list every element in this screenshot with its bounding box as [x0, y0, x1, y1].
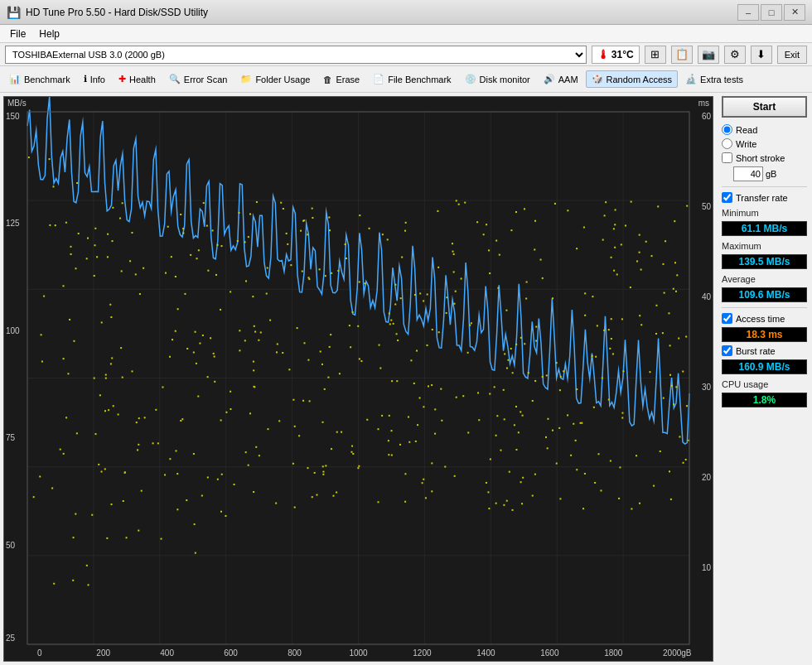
y-label-r-40: 40: [702, 292, 711, 301]
x-label-1600: 1600: [540, 648, 558, 658]
nav-info[interactable]: ℹ Info: [78, 70, 111, 88]
randomaccess-icon: 🎲: [592, 74, 603, 84]
read-label[interactable]: Read: [736, 125, 757, 135]
icon-btn-1[interactable]: ⊞: [645, 46, 666, 64]
nav-randomaccess[interactable]: 🎲 Random Access: [586, 70, 678, 88]
x-label-2000: 2000gB: [663, 648, 691, 658]
drive-bar: TOSHIBAExternal USB 3.0 (2000 gB) 🌡 31°C…: [0, 43, 812, 66]
nav-erase[interactable]: 🗑 Erase: [317, 71, 365, 88]
x-label-400: 400: [160, 648, 174, 658]
access-time-checkbox[interactable]: [722, 313, 732, 324]
transfer-rate-checkbox[interactable]: [722, 192, 732, 203]
x-label-200: 200: [96, 648, 110, 658]
x-label-600: 600: [224, 648, 238, 658]
icon-btn-4[interactable]: ⚙: [724, 46, 746, 64]
benchmark-icon: 📊: [9, 74, 21, 84]
drive-select[interactable]: TOSHIBAExternal USB 3.0 (2000 gB): [5, 46, 587, 64]
icon-btn-5[interactable]: ⬇: [751, 46, 772, 64]
y-axis-unit-right: ms: [698, 99, 709, 108]
temperature-badge: 🌡 31°C: [592, 46, 640, 64]
write-label[interactable]: Write: [736, 139, 756, 149]
nav-health[interactable]: ✚ Health: [113, 70, 162, 88]
divider-1: [722, 186, 807, 187]
nav-extratests[interactable]: 🔬 Extra tests: [679, 70, 749, 88]
exit-button[interactable]: Exit: [777, 46, 807, 64]
average-label: Average: [722, 274, 807, 284]
filebenchmark-icon: 📄: [373, 74, 384, 84]
close-button[interactable]: ✕: [784, 4, 805, 21]
menu-help[interactable]: Help: [32, 27, 66, 41]
y-label-r-10: 10: [702, 563, 711, 572]
window-title: HD Tune Pro 5.50 - Hard Disk/SSD Utility: [26, 7, 737, 18]
nav-aam[interactable]: 🔊 AAM: [538, 70, 584, 88]
y-label-25: 25: [6, 634, 15, 643]
erase-label: Erase: [336, 75, 360, 84]
burst-rate-checkbox[interactable]: [722, 345, 732, 356]
stroke-unit: gB: [766, 169, 776, 179]
access-time-value: 18.3 ms: [722, 327, 807, 342]
burst-rate-label[interactable]: Burst rate: [736, 346, 776, 356]
minimize-button[interactable]: –: [737, 4, 759, 21]
read-radio-row: Read: [722, 124, 807, 135]
y-label-r-20: 20: [702, 473, 711, 482]
diskmonitor-label: Disk monitor: [480, 75, 530, 84]
thermometer-icon: 🌡: [597, 48, 609, 61]
right-panel: Start Read Write Short stroke gB Transfe…: [717, 93, 812, 665]
cpu-usage-value: 1.8%: [722, 393, 807, 407]
info-label: Info: [90, 75, 105, 84]
write-radio[interactable]: [722, 138, 732, 149]
nav-filebenchmark[interactable]: 📄 File Benchmark: [367, 70, 457, 88]
minimum-value: 61.1 MB/s: [722, 221, 807, 236]
write-radio-row: Write: [722, 138, 807, 149]
x-label-1400: 1400: [476, 648, 495, 658]
start-button[interactable]: Start: [722, 96, 807, 118]
health-label: Health: [129, 75, 156, 84]
short-stroke-label[interactable]: Short stroke: [736, 153, 785, 163]
filebenchmark-label: File Benchmark: [388, 75, 451, 84]
aam-icon: 🔊: [544, 74, 555, 84]
transfer-rate-label[interactable]: Transfer rate: [736, 193, 788, 203]
y-label-r-30: 30: [702, 383, 711, 392]
erase-icon: 🗑: [323, 75, 332, 84]
benchmark-chart: MB/s ms 150 125 100 75 50 25 60 50 40 30…: [3, 96, 713, 662]
extratests-label: Extra tests: [700, 75, 743, 84]
y-label-125: 125: [6, 219, 20, 228]
y-label-100: 100: [6, 326, 20, 335]
menu-bar: File Help: [0, 25, 812, 43]
cpu-usage-label: CPU usage: [722, 379, 807, 389]
burst-rate-value: 160.9 MB/s: [722, 359, 807, 374]
icon-btn-3[interactable]: 📷: [698, 46, 719, 64]
nav-folderusage[interactable]: 📁 Folder Usage: [234, 70, 316, 88]
stroke-input-row: gB: [733, 166, 807, 181]
menu-file[interactable]: File: [3, 27, 32, 41]
diskmonitor-icon: 💿: [465, 74, 476, 84]
health-icon: ✚: [118, 74, 126, 84]
icon-btn-2[interactable]: 📋: [671, 46, 693, 64]
stroke-value-input[interactable]: [733, 166, 763, 181]
title-bar: 💾 HD Tune Pro 5.50 - Hard Disk/SSD Utili…: [0, 0, 812, 25]
nav-diskmonitor[interactable]: 💿 Disk monitor: [459, 70, 536, 88]
nav-errorscan[interactable]: 🔍 Error Scan: [163, 70, 234, 88]
short-stroke-row: Short stroke: [722, 152, 807, 163]
main-content: MB/s ms 150 125 100 75 50 25 60 50 40 30…: [0, 93, 812, 665]
folderusage-icon: 📁: [240, 74, 252, 84]
read-radio[interactable]: [722, 124, 732, 135]
x-label-1000: 1000: [349, 648, 367, 658]
average-value: 109.6 MB/s: [722, 287, 807, 302]
nav-benchmark[interactable]: 📊 Benchmark: [3, 70, 76, 88]
x-label-1200: 1200: [413, 648, 431, 658]
y-label-150: 150: [6, 112, 20, 121]
y-label-r-50: 50: [702, 202, 711, 211]
access-time-label[interactable]: Access time: [736, 314, 785, 324]
aam-label: AAM: [558, 75, 578, 84]
errorscan-label: Error Scan: [184, 75, 228, 84]
benchmark-label: Benchmark: [24, 75, 70, 84]
app-icon: 💾: [7, 6, 21, 19]
maximum-label: Maximum: [722, 241, 807, 251]
transfer-rate-row: Transfer rate: [722, 192, 807, 203]
burst-rate-row: Burst rate: [722, 345, 807, 356]
maximize-button[interactable]: □: [761, 4, 782, 21]
extratests-icon: 🔬: [685, 74, 697, 84]
temperature-value: 31°C: [611, 49, 634, 60]
short-stroke-checkbox[interactable]: [722, 152, 732, 163]
